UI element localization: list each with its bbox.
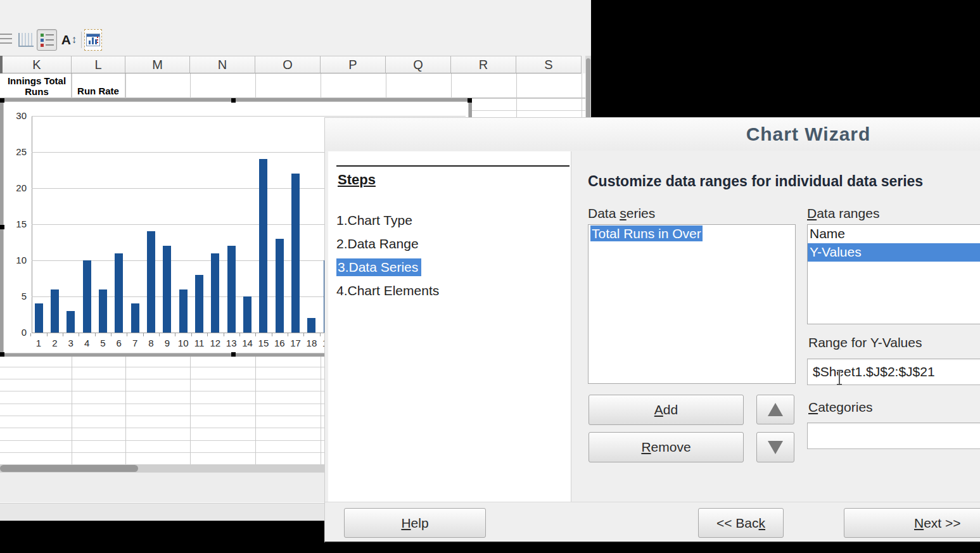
remove-button[interactable]: Remove bbox=[589, 432, 744, 462]
x-axis-tick-label: 14 bbox=[239, 338, 256, 348]
x-axis-tick bbox=[143, 333, 144, 336]
x-axis-tick bbox=[303, 333, 304, 336]
data-series-item[interactable]: Total Runs in Over bbox=[589, 225, 795, 243]
data-range-item-name[interactable]: Name bbox=[808, 225, 980, 243]
wizard-step-1[interactable]: 1.Chart Type bbox=[336, 213, 564, 236]
text-lines-glyph bbox=[0, 34, 12, 46]
bar-over-2[interactable] bbox=[51, 289, 59, 333]
move-down-button[interactable] bbox=[756, 432, 794, 462]
x-axis-tick-label: 18 bbox=[303, 338, 320, 348]
x-axis-tick-label: 9 bbox=[159, 338, 175, 348]
x-axis-tick-label: 3 bbox=[63, 338, 79, 348]
move-up-button[interactable] bbox=[756, 395, 794, 424]
y-axis-tick-label: 15 bbox=[5, 219, 27, 229]
bar-over-16[interactable] bbox=[276, 239, 284, 333]
back-button[interactable]: << Back bbox=[698, 508, 784, 538]
up-down-arrow-icon: ↕ bbox=[72, 34, 77, 46]
bar-over-9[interactable] bbox=[163, 246, 171, 333]
x-axis-tick-label: 12 bbox=[207, 338, 224, 348]
data-table-icon[interactable] bbox=[84, 29, 102, 51]
column-header-R[interactable]: R bbox=[451, 56, 516, 73]
bar-over-18[interactable] bbox=[307, 318, 315, 333]
resize-handle-top-left[interactable] bbox=[0, 98, 4, 103]
y-axis-tick-label: 25 bbox=[5, 146, 27, 157]
resize-handle-bottom-left[interactable] bbox=[0, 352, 4, 357]
sheet-row-1: Innings Total Runs Run Rate bbox=[0, 73, 585, 98]
bar-over-17[interactable] bbox=[291, 174, 300, 333]
x-axis-tick bbox=[255, 333, 256, 336]
axes-grid-glyph bbox=[18, 33, 34, 47]
x-axis-tick-label: 11 bbox=[191, 338, 208, 348]
help-button[interactable]: Help bbox=[344, 508, 486, 538]
bar-over-12[interactable] bbox=[211, 253, 219, 333]
steps-divider bbox=[336, 165, 570, 167]
next-button[interactable]: Next >> bbox=[844, 508, 980, 538]
x-axis-tick-label: 13 bbox=[223, 338, 239, 348]
x-axis-tick bbox=[191, 333, 192, 336]
bar-over-10[interactable] bbox=[179, 289, 188, 333]
resize-handle-top-right[interactable] bbox=[468, 98, 472, 103]
categories-input[interactable] bbox=[807, 423, 980, 449]
data-range-item-y-values[interactable]: Y-Values bbox=[808, 243, 980, 262]
dialog-header[interactable]: Chart Wizard bbox=[325, 118, 980, 151]
axes-grid-icon[interactable] bbox=[18, 29, 34, 51]
bar-over-11[interactable] bbox=[195, 275, 203, 333]
categories-label: Categories bbox=[808, 400, 873, 415]
column-header-S[interactable]: S bbox=[516, 56, 582, 73]
column-header-Q[interactable]: Q bbox=[386, 56, 451, 73]
x-axis-tick-label: 4 bbox=[79, 338, 95, 348]
bar-over-1[interactable] bbox=[35, 303, 43, 333]
y-axis-tick-label: 0 bbox=[5, 327, 27, 338]
bar-over-8[interactable] bbox=[147, 231, 155, 333]
page-heading: Customize data ranges for individual dat… bbox=[588, 173, 923, 190]
column-header-M[interactable]: M bbox=[125, 56, 190, 73]
column-header-O[interactable]: O bbox=[255, 56, 321, 73]
column-header-L[interactable]: L bbox=[72, 56, 125, 73]
x-axis-tick bbox=[159, 333, 160, 336]
resize-handle-mid-left[interactable] bbox=[0, 225, 4, 229]
range-for-y-label: Range for Y-Values bbox=[808, 335, 922, 350]
resize-handle-top-center[interactable] bbox=[231, 98, 236, 103]
wizard-step-4[interactable]: 4.Chart Elements bbox=[336, 283, 564, 307]
x-axis-tick-label: 5 bbox=[94, 338, 111, 348]
range-for-y-input[interactable]: $Sheet1.$J$2:$J$21 bbox=[807, 359, 980, 385]
cell-K1[interactable]: Innings Total Runs bbox=[3, 73, 72, 98]
wizard-step-3[interactable]: 3.Data Series bbox=[336, 260, 564, 283]
data-series-label: Data series bbox=[588, 206, 655, 221]
bar-over-13[interactable] bbox=[227, 246, 236, 333]
column-header-K[interactable]: K bbox=[3, 56, 72, 73]
scale-text-icon[interactable]: A ↕ bbox=[58, 29, 80, 51]
bar-over-4[interactable] bbox=[83, 260, 91, 333]
down-arrow-icon bbox=[768, 441, 783, 454]
resize-handle-bottom-center[interactable] bbox=[231, 352, 236, 357]
text-lines-icon[interactable] bbox=[0, 29, 13, 51]
bar-over-7[interactable] bbox=[131, 303, 139, 333]
up-arrow-icon bbox=[768, 403, 783, 416]
horizontal-scrollbar-thumb[interactable] bbox=[0, 465, 138, 472]
bar-over-15[interactable] bbox=[259, 159, 267, 333]
bar-over-3[interactable] bbox=[67, 311, 75, 333]
add-button[interactable]: Add bbox=[589, 395, 744, 425]
x-axis-tick bbox=[288, 333, 288, 336]
wizard-step-2[interactable]: 2.Data Range bbox=[336, 236, 564, 260]
data-series-listbox[interactable]: Total Runs in Over bbox=[588, 224, 796, 384]
column-header-N[interactable]: N bbox=[190, 56, 255, 73]
bar-over-5[interactable] bbox=[99, 289, 107, 333]
cell-L1[interactable]: Run Rate bbox=[72, 73, 125, 98]
x-axis-tick-label: 2 bbox=[46, 338, 63, 348]
steps-heading: Steps bbox=[338, 172, 376, 188]
bar-over-14[interactable] bbox=[243, 296, 251, 333]
x-axis-tick bbox=[79, 333, 79, 336]
bar-over-6[interactable] bbox=[115, 253, 123, 333]
column-header-P[interactable]: P bbox=[321, 56, 386, 73]
y-axis-tick-label: 20 bbox=[5, 182, 27, 193]
legend-toggle-icon[interactable] bbox=[37, 29, 57, 51]
x-axis-tick bbox=[239, 333, 240, 336]
footer-divider bbox=[325, 502, 980, 502]
x-axis-tick bbox=[47, 333, 48, 336]
data-ranges-listbox[interactable]: NameY-Values bbox=[807, 224, 980, 324]
x-axis-tick-label: 17 bbox=[288, 338, 304, 348]
x-axis-tick bbox=[320, 333, 321, 336]
legend-glyph bbox=[41, 34, 54, 47]
steps-list: 1.Chart Type2.Data Range3.Data Series4.C… bbox=[336, 213, 564, 307]
